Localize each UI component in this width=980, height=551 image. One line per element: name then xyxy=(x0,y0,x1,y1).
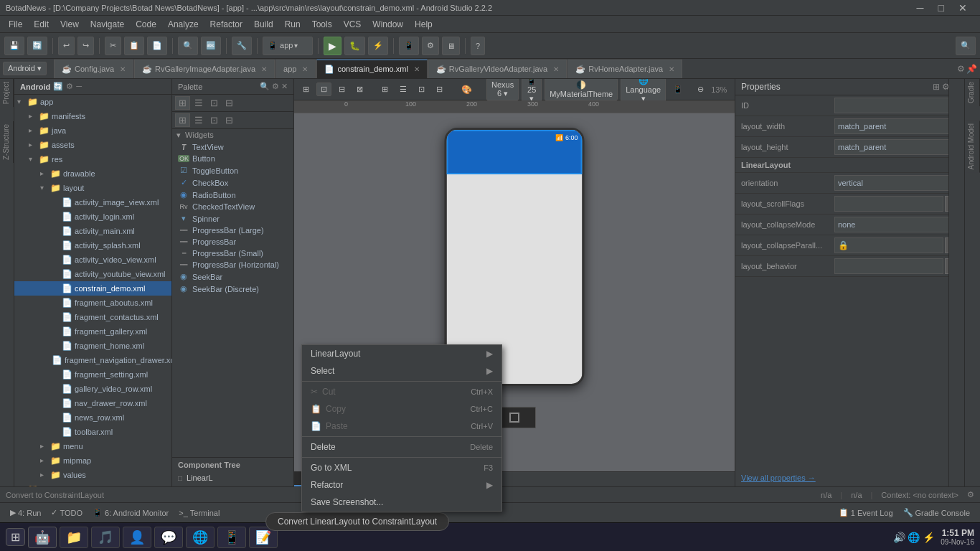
prop-dropdown-layout-height[interactable]: match_parent ▾ xyxy=(834,139,958,155)
bottom-tab-run[interactable]: ▶ 4: Run xyxy=(6,507,45,519)
taskbar-folder[interactable]: 📁 xyxy=(60,527,88,548)
palette-button[interactable]: OK Button xyxy=(172,153,293,164)
canvas-btn-4[interactable]: ⊠ xyxy=(352,83,367,96)
toolbar-search-btn[interactable]: 🔍 xyxy=(178,37,198,55)
tree-item-activity-splash[interactable]: 📄 activity_splash.xml xyxy=(14,238,171,253)
sdk-manager[interactable]: ⚙ xyxy=(422,37,439,55)
ctx-save-screenshot[interactable]: Save Screenshot... xyxy=(302,494,501,511)
palette-btn2[interactable]: ☰ xyxy=(192,114,206,126)
ctx-linearlayout[interactable]: LinearLayout ▶ xyxy=(302,345,501,362)
project-settings-btn[interactable]: ⚙ xyxy=(66,82,73,91)
taskbar-phone[interactable]: 📱 xyxy=(217,527,246,548)
taskbar-android-studio[interactable]: 🤖 xyxy=(28,527,57,548)
convert-linearlayout-button[interactable]: Convert LinearLayout to ConstraintLayout xyxy=(265,512,449,531)
tab-rvgallery-video[interactable]: ☕ RvGalleryVideoAdapter.java ✕ xyxy=(428,60,567,78)
canvas-btn-5[interactable]: ⊞ xyxy=(377,83,392,96)
tree-item-fragment-contactus[interactable]: 📄 fragment_contactus.xml xyxy=(14,310,171,324)
tree-item-fragment-home[interactable]: 📄 fragment_home.xml xyxy=(14,339,171,353)
device-selector[interactable]: Nexus 6 ▾ xyxy=(486,79,519,100)
menu-help[interactable]: Help xyxy=(409,18,438,31)
tree-item-constrain-demo[interactable]: 📄 constrain_demo.xml xyxy=(14,281,171,296)
palette-search-icon[interactable]: 🔍 xyxy=(260,82,270,91)
nav-settings-btn[interactable]: ⚙ xyxy=(957,64,965,74)
toolbar-replace-btn[interactable]: 🔤 xyxy=(201,37,221,55)
help-button[interactable]: ? xyxy=(471,37,485,55)
tree-item-java[interactable]: ▸ 📁 java xyxy=(14,123,171,138)
menu-refactor[interactable]: Refactor xyxy=(204,18,248,31)
menu-file[interactable]: File xyxy=(3,18,28,31)
alt-view-btn[interactable]: ⊡ xyxy=(207,97,221,109)
view-all-properties-link[interactable]: View all properties → xyxy=(735,469,964,486)
status-gear-icon[interactable]: ⚙ xyxy=(967,490,974,499)
tree-item-fragment-nav-drawer[interactable]: 📄 fragment_navigation_drawer.xml xyxy=(14,353,171,367)
palette-progressbar-large[interactable]: ━━ ProgressBar (Large) xyxy=(172,225,293,236)
comp-tree-linearlayout[interactable]: □ LinearL xyxy=(178,472,288,484)
tree-item-fragment-aboutus[interactable]: 📄 fragment_aboutus.xml xyxy=(14,296,171,310)
project-label[interactable]: Project xyxy=(0,79,14,107)
tree-item-app[interactable]: ▾ 📁 app xyxy=(14,95,171,109)
menu-window[interactable]: Window xyxy=(367,18,409,31)
tab-app[interactable]: app ✕ xyxy=(275,60,316,78)
tree-item-fragment-setting[interactable]: 📄 fragment_setting.xml xyxy=(14,367,171,382)
palette-togglebutton[interactable]: ☑ ToggleButton xyxy=(172,164,293,176)
tree-item-menu[interactable]: ▸ 📁 menu xyxy=(14,439,171,453)
tab-config-java[interactable]: ☕ Config.java ✕ xyxy=(54,60,133,78)
project-sync-btn[interactable]: 🔄 xyxy=(53,82,63,91)
palette-checkedtextview[interactable]: Rv CheckedTextView xyxy=(172,201,293,212)
ctx-go-to-xml[interactable]: Go to XML F3 xyxy=(302,459,501,476)
palette-btn4[interactable]: ⊟ xyxy=(222,114,236,126)
tree-item-assets[interactable]: ▸ 📁 assets xyxy=(14,138,171,152)
project-collapse-btn[interactable]: ─ xyxy=(76,82,82,91)
canvas-btn-3[interactable]: ⊟ xyxy=(334,83,349,96)
avd-manager[interactable]: 📱 xyxy=(399,37,419,55)
palette-progressbar-horiz[interactable]: ━━ ProgressBar (Horizontal) xyxy=(172,259,293,270)
palette-seekbar[interactable]: ◉ SeekBar xyxy=(172,270,293,283)
color-btn[interactable]: 🎨 xyxy=(457,83,476,97)
palette-progressbar-small[interactable]: ━ ProgressBar (Small) xyxy=(172,248,293,259)
menu-code[interactable]: Code xyxy=(130,18,162,31)
grid-view-btn[interactable]: ⊞ xyxy=(175,96,190,110)
ctx-delete[interactable]: Delete Delete xyxy=(302,438,501,456)
prop-dropdown-layout-width[interactable]: match_parent ▾ xyxy=(834,118,958,134)
tree-item-drawable[interactable]: ▸ 📁 drawable xyxy=(14,166,171,181)
taskbar-chat[interactable]: 💬 xyxy=(154,527,183,548)
palette-btn1[interactable]: ⊞ xyxy=(175,113,190,127)
tree-item-mipmap[interactable]: ▸ 📁 mipmap xyxy=(14,453,171,468)
taskbar-chrome[interactable]: 🌐 xyxy=(186,527,215,548)
prop-dropdown-collapsemode[interactable]: none ▾ xyxy=(834,217,958,232)
bottom-tab-gradle-console[interactable]: 🔧 Gradle Console xyxy=(899,507,974,519)
canvas-btn-2[interactable]: ⊡ xyxy=(316,83,331,96)
canvas-btn-8[interactable]: ⊟ xyxy=(432,83,447,96)
zoom-out-btn[interactable]: ⊖ xyxy=(693,83,708,96)
palette-settings-icon[interactable]: ⚙ xyxy=(272,82,279,91)
device-monitor[interactable]: 🖥 xyxy=(442,37,460,55)
menu-tools[interactable]: Tools xyxy=(306,18,338,31)
tab-constrain-demo[interactable]: 📄 constrain_demo.xml ✕ xyxy=(316,60,427,78)
toolbar-save-btn[interactable]: 💾 xyxy=(4,37,24,55)
tree-item-activity-video[interactable]: 📄 activity_video_view.xml xyxy=(14,253,171,267)
theme-selector[interactable]: 🌓 MyMaterialTheme xyxy=(545,79,618,100)
taskbar-music[interactable]: 🎵 xyxy=(91,527,120,548)
props-expand-btn[interactable]: ⊞ xyxy=(933,82,940,92)
list-view-btn[interactable]: ☰ xyxy=(192,97,206,109)
taskbar-person[interactable]: 👤 xyxy=(123,527,151,548)
toolbar-paste-btn[interactable]: 📄 xyxy=(147,37,167,55)
prop-dropdown-orientation[interactable]: vertical ▾ xyxy=(834,175,958,191)
android-model-label[interactable]: Android Model xyxy=(965,121,980,172)
palette-btn3[interactable]: ⊡ xyxy=(207,114,221,126)
tree-item-gradle[interactable]: ▸ 📁 Gradle Scripts xyxy=(14,482,171,486)
run-button[interactable]: ▶ xyxy=(324,37,341,55)
app-selector[interactable]: 📱 app ▾ xyxy=(263,37,313,55)
canvas-btn-7[interactable]: ⊡ xyxy=(414,83,429,96)
tree-item-res[interactable]: ▾ 📁 res xyxy=(14,152,171,166)
palette-close-icon[interactable]: ✕ xyxy=(281,82,288,91)
tree-item-manifests[interactable]: ▸ 📁 manifests xyxy=(14,109,171,123)
palette-textview[interactable]: T TextView xyxy=(172,141,293,153)
tree-item-activity-main[interactable]: 📄 activity_main.xml xyxy=(14,224,171,238)
bottom-tab-event-log[interactable]: 📋 1 Event Log xyxy=(834,507,897,519)
prop-input-scrollflags[interactable] xyxy=(834,196,943,212)
ctx-select[interactable]: Select ▶ xyxy=(302,362,501,380)
maximize-button[interactable]: □ xyxy=(931,2,951,14)
palette-checkbox[interactable]: ✓ CheckBox xyxy=(172,176,293,189)
tree-item-fragment-gallery[interactable]: 📄 fragment_gallery.xml xyxy=(14,324,171,339)
